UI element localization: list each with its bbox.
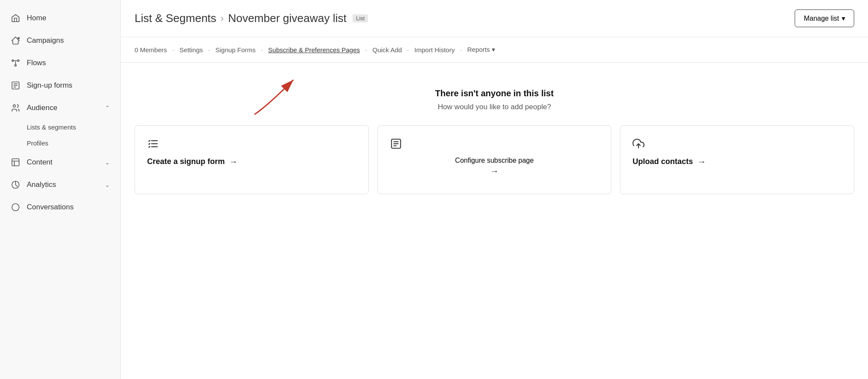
sidebar: Home Campaigns Flows: [0, 0, 121, 379]
flows-icon: [10, 58, 21, 68]
sidebar-item-conversations-label: Conversations: [27, 203, 74, 212]
signup-forms-icon: [10, 80, 21, 91]
tab-sep-5: -: [407, 46, 409, 54]
tab-members[interactable]: 0 Members: [135, 44, 167, 55]
content-chevron-icon: ⌄: [105, 159, 110, 166]
audience-chevron-icon: ⌃: [105, 104, 110, 111]
sidebar-item-profiles[interactable]: Profiles: [27, 135, 120, 151]
card-configure-subscribe[interactable]: Configure subscribe page →: [377, 125, 612, 194]
tab-settings[interactable]: Settings: [179, 44, 203, 55]
card-configure-subscribe-arrow: →: [390, 166, 599, 176]
sidebar-item-signup-forms-label: Sign-up forms: [27, 81, 72, 90]
card-upload-contacts-title: Upload contacts →: [632, 157, 842, 167]
main-content: List & Segments › November giveaway list…: [121, 0, 868, 379]
tab-import-history[interactable]: Import History: [415, 44, 455, 55]
tab-navigation: 0 Members - Settings - Signup Forms - Su…: [121, 37, 868, 63]
sidebar-item-conversations[interactable]: Conversations: [0, 196, 120, 218]
action-cards: Create a signup form →: [135, 125, 854, 194]
sidebar-item-analytics[interactable]: Analytics ⌄: [0, 174, 120, 196]
tab-sep-2: -: [208, 46, 210, 54]
tab-reports[interactable]: Reports ▾: [467, 44, 495, 55]
tab-sep-3: -: [261, 46, 263, 54]
svg-point-1: [12, 60, 14, 62]
page-content: There isn't anyone in this list How woul…: [121, 63, 868, 379]
svg-point-5: [13, 105, 16, 107]
sidebar-item-content[interactable]: Content ⌄: [0, 151, 120, 174]
content-icon: [10, 157, 21, 167]
empty-state-title: There isn't anyone in this list: [135, 88, 854, 98]
card-upload-contacts-arrow: →: [697, 157, 706, 167]
analytics-icon: [10, 180, 21, 190]
manage-list-button[interactable]: Manage list ▾: [795, 9, 854, 27]
svg-point-2: [18, 60, 19, 62]
sidebar-item-analytics-label: Analytics: [27, 180, 56, 189]
tab-sep-4: -: [365, 46, 367, 54]
breadcrumb: List & Segments › November giveaway list…: [135, 12, 368, 25]
audience-submenu: Lists & segments Profiles: [0, 119, 120, 151]
sidebar-item-lists-segments[interactable]: Lists & segments: [27, 119, 120, 135]
analytics-chevron-icon: ⌄: [105, 181, 110, 188]
sidebar-item-flows-label: Flows: [27, 59, 46, 67]
reports-chevron-icon: ▾: [492, 46, 495, 53]
campaigns-icon: [10, 35, 21, 46]
audience-icon: [10, 103, 21, 113]
manage-chevron-icon: ▾: [842, 14, 845, 22]
card-configure-subscribe-title: Configure subscribe page →: [390, 157, 599, 176]
sidebar-item-audience-label: Audience: [27, 104, 57, 112]
document-icon: [390, 138, 599, 150]
sidebar-item-audience[interactable]: Audience ⌃: [0, 97, 120, 119]
sidebar-item-flows[interactable]: Flows: [0, 52, 120, 74]
sidebar-item-home[interactable]: Home: [0, 7, 120, 29]
card-upload-contacts[interactable]: Upload contacts →: [620, 125, 854, 194]
card-signup-form-title: Create a signup form →: [147, 157, 356, 167]
sidebar-item-content-label: Content: [27, 158, 53, 167]
breadcrumb-separator: ›: [220, 13, 223, 24]
sidebar-item-campaigns-label: Campaigns: [27, 36, 64, 45]
breadcrumb-parent[interactable]: List & Segments: [135, 12, 216, 25]
conversations-icon: [10, 202, 21, 212]
svg-point-3: [15, 65, 16, 66]
empty-state-subtitle: How would you like to add people?: [135, 103, 854, 111]
tab-sep-1: -: [172, 46, 174, 54]
svg-rect-6: [12, 159, 19, 166]
tab-quick-add[interactable]: Quick Add: [372, 44, 402, 55]
tab-signup-forms[interactable]: Signup Forms: [215, 44, 255, 55]
breadcrumb-current: November giveaway list: [228, 12, 347, 25]
empty-state: There isn't anyone in this list How woul…: [135, 88, 854, 194]
list-badge: List: [352, 14, 368, 22]
sidebar-item-home-label: Home: [27, 14, 46, 22]
tab-sep-6: -: [460, 46, 462, 54]
sidebar-item-campaigns[interactable]: Campaigns: [0, 29, 120, 52]
checklist-icon: [147, 138, 356, 150]
card-signup-form[interactable]: Create a signup form →: [135, 125, 369, 194]
card-signup-form-arrow: →: [229, 157, 238, 167]
page-header: List & Segments › November giveaway list…: [121, 0, 868, 37]
upload-icon: [632, 138, 842, 150]
home-icon: [10, 13, 21, 23]
sidebar-item-signup-forms[interactable]: Sign-up forms: [0, 74, 120, 97]
tab-subscribe-preferences[interactable]: Subscribe & Preferences Pages: [268, 44, 360, 55]
